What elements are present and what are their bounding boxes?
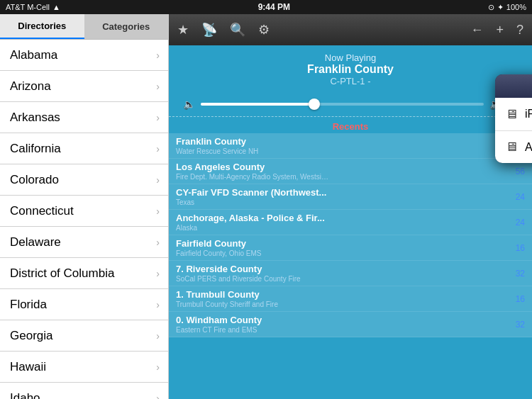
chevron-right-icon: › [156,393,160,400]
sidebar-item-label: Georgia [10,329,52,343]
sidebar-item[interactable]: Connecticut › [0,196,168,227]
ipad-label: iPad [525,108,532,120]
sidebar: Directories Categories Alabama › Arizona… [0,14,169,399]
chevron-right-icon: › [156,237,160,248]
airplay-device-appletv[interactable]: 🖥 Apple TV [495,131,532,163]
sidebar-item[interactable]: Delaware › [0,227,168,258]
appletv-icon: 🖥 [505,140,518,154]
sidebar-list: Alabama › Arizona › Arkansas › Californi… [0,40,168,399]
wifi-icon: ▲ [52,3,60,11]
airplay-popup: AirPlay 🖥 iPad ✓ 🖥 Apple TV [495,74,532,163]
chevron-right-icon: › [156,174,160,186]
sidebar-item[interactable]: Alabama › [0,40,168,71]
sidebar-item-label: Delaware [10,235,61,249]
sidebar-item[interactable]: Idaho › [0,383,168,399]
sidebar-item-label: Colorado [10,173,59,187]
sidebar-item[interactable]: Arkansas › [0,102,168,133]
sidebar-item[interactable]: Arizona › [0,71,168,102]
appletv-label: Apple TV [525,141,532,154]
sidebar-item-label: Idaho [10,391,40,400]
airplay-device-ipad[interactable]: 🖥 iPad ✓ [495,98,532,131]
sidebar-item-label: Connecticut [10,204,74,218]
sidebar-item[interactable]: Georgia › [0,320,168,352]
battery-label: 100% [506,3,526,11]
chevron-right-icon: › [156,299,160,310]
sidebar-item-label: California [10,142,61,156]
status-left: AT&T M-Cell ▲ [6,3,60,11]
content-area: ★ 📡 🔍 ⚙ ← + ? Now Playing Franklin Count… [169,14,532,399]
chevron-right-icon: › [156,50,160,61]
carrier-label: AT&T M-Cell [6,3,50,11]
sidebar-item[interactable]: Hawaii › [0,352,168,383]
sidebar-item-label: Florida [10,298,47,312]
chevron-right-icon: › [156,143,160,154]
sidebar-item[interactable]: District of Columbia › [0,258,168,289]
main-layout: Directories Categories Alabama › Arizona… [0,14,532,399]
chevron-right-icon: › [156,330,160,342]
chevron-right-icon: › [156,112,160,123]
sidebar-item-label: Arkansas [10,111,60,125]
status-time: 9:44 PM [258,2,290,12]
bluetooth-icon: ✦ [497,3,504,12]
status-right: ⊙ ✦ 100% [488,3,526,12]
ipad-icon: 🖥 [505,107,518,122]
sidebar-item-label: Arizona [10,79,51,94]
sidebar-item[interactable]: California › [0,133,168,164]
airplay-title: AirPlay [495,74,532,98]
chevron-right-icon: › [156,206,160,217]
tab-directories[interactable]: Directories [0,14,84,39]
chevron-right-icon: › [156,361,160,373]
location-icon: ⊙ [488,3,494,12]
chevron-right-icon: › [156,81,160,92]
sidebar-item-label: Hawaii [10,360,46,374]
sidebar-item-label: Alabama [10,48,57,62]
status-bar: AT&T M-Cell ▲ 9:44 PM ⊙ ✦ 100% [0,0,532,14]
tab-categories[interactable]: Categories [84,14,169,39]
sidebar-item-label: District of Columbia [10,266,114,281]
chevron-right-icon: › [156,268,160,279]
sidebar-item[interactable]: Florida › [0,289,168,320]
sidebar-tabs: Directories Categories [0,14,168,40]
sidebar-item[interactable]: Colorado › [0,164,168,196]
overlay-backdrop[interactable] [169,14,532,399]
